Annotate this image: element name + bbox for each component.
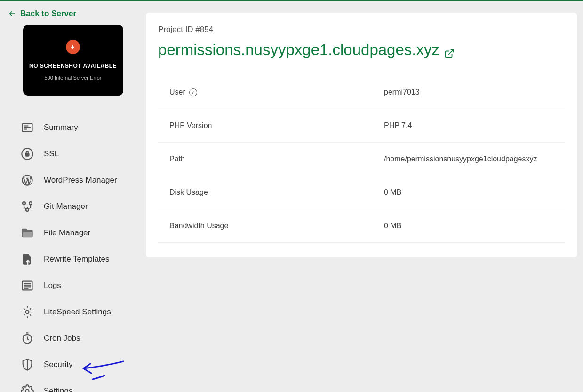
sidebar-item-settings[interactable]: Settings: [20, 378, 139, 392]
sidebar-item-label: Security: [44, 360, 72, 369]
project-id: Project ID #854: [158, 25, 565, 34]
sidebar-item-ssl[interactable]: SSL: [20, 141, 139, 167]
screenshot-preview: NO SCREENSHOT AVAILABLE 500 Internal Ser…: [23, 25, 123, 96]
sidebar-item-security[interactable]: Security: [20, 352, 139, 378]
back-to-server-link[interactable]: Back to Server: [7, 7, 139, 25]
wordpress-icon: [20, 173, 34, 187]
git-icon: [20, 200, 34, 214]
svg-point-16: [26, 390, 29, 392]
logs-icon: [20, 279, 34, 293]
stopwatch-icon: [20, 331, 34, 345]
sidebar-item-wordpress[interactable]: WordPress Manager: [20, 167, 139, 193]
no-screenshot-subtitle: 500 Internal Server Error: [44, 75, 101, 80]
back-label: Back to Server: [20, 9, 76, 18]
info-row-user: User i permi7013: [158, 76, 565, 109]
sidebar-item-label: Rewrite Templates: [44, 255, 110, 264]
info-label: Bandwidth Usage: [158, 222, 384, 230]
svg-rect-5: [26, 153, 29, 156]
svg-point-14: [26, 311, 29, 314]
sidebar-item-label: Settings: [44, 386, 72, 392]
info-table: User i permi7013 PHP Version PHP 7.4 Pat…: [158, 76, 565, 243]
file-arrow-icon: [20, 252, 34, 266]
info-label: PHP Version: [158, 121, 384, 130]
svg-point-6: [23, 202, 25, 205]
external-link-icon: [444, 45, 455, 55]
info-label-text: PHP Version: [169, 121, 212, 130]
sidebar-item-litespeed[interactable]: LiteSpeed Settings: [20, 299, 139, 325]
info-row-disk: Disk Usage 0 MB: [158, 176, 565, 209]
sidebar: Back to Server NO SCREENSHOT AVAILABLE 5…: [0, 1, 146, 392]
sidebar-item-label: SSL: [44, 149, 59, 159]
sidebar-item-label: Git Manager: [44, 202, 88, 211]
domain-text: permissions.nusyypxge1.cloudpages.xyz: [158, 41, 439, 59]
svg-point-7: [29, 202, 32, 205]
domain-link[interactable]: permissions.nusyypxge1.cloudpages.xyz: [158, 41, 455, 59]
sidebar-item-label: File Manager: [44, 228, 90, 238]
nav-list: Summary SSL WordPress Manager Git Manage…: [7, 114, 139, 392]
info-label: User i: [158, 88, 384, 96]
sidebar-item-rewrite[interactable]: Rewrite Templates: [20, 246, 139, 272]
info-value: PHP 7.4: [384, 121, 565, 130]
info-value: permi7013: [384, 88, 565, 96]
info-label: Disk Usage: [158, 188, 384, 197]
settings-icon: [20, 384, 34, 392]
sidebar-item-file-manager[interactable]: File Manager: [20, 220, 139, 246]
info-label: Path: [158, 155, 384, 163]
info-label-text: Bandwidth Usage: [169, 222, 228, 230]
lock-icon: [20, 147, 34, 161]
info-label-text: Disk Usage: [169, 188, 208, 197]
info-row-bandwidth: Bandwidth Usage 0 MB: [158, 209, 565, 243]
sidebar-item-label: WordPress Manager: [44, 176, 117, 185]
main-content: Project ID #854 permissions.nusyypxge1.c…: [146, 1, 583, 392]
sidebar-item-label: Cron Jobs: [44, 334, 80, 343]
info-row-path: Path /home/permissionsnusyypxge1cloudpag…: [158, 143, 565, 176]
info-row-php: PHP Version PHP 7.4: [158, 109, 565, 143]
sidebar-item-logs[interactable]: Logs: [20, 272, 139, 299]
sidebar-item-cron[interactable]: Cron Jobs: [20, 325, 139, 352]
folder-icon: [20, 226, 34, 240]
gear-icon: [20, 305, 34, 319]
bolt-icon: [66, 40, 80, 54]
info-label-text: User: [169, 88, 185, 96]
shield-icon: [20, 358, 34, 372]
info-value: 0 MB: [384, 188, 565, 197]
info-icon[interactable]: i: [189, 88, 197, 96]
arrow-left-icon: [8, 9, 16, 18]
info-value: 0 MB: [384, 222, 565, 230]
sidebar-item-label: Logs: [44, 281, 61, 290]
no-screenshot-title: NO SCREENSHOT AVAILABLE: [29, 63, 117, 69]
sidebar-item-label: LiteSpeed Settings: [44, 307, 111, 317]
info-value: /home/permissionsnusyypxge1cloudpagesxyz: [384, 155, 565, 163]
sidebar-item-git[interactable]: Git Manager: [20, 193, 139, 220]
info-label-text: Path: [169, 155, 185, 163]
sidebar-item-summary[interactable]: Summary: [20, 114, 139, 141]
project-card: Project ID #854 permissions.nusyypxge1.c…: [146, 13, 577, 257]
sidebar-item-label: Summary: [44, 123, 78, 132]
summary-icon: [20, 120, 34, 135]
